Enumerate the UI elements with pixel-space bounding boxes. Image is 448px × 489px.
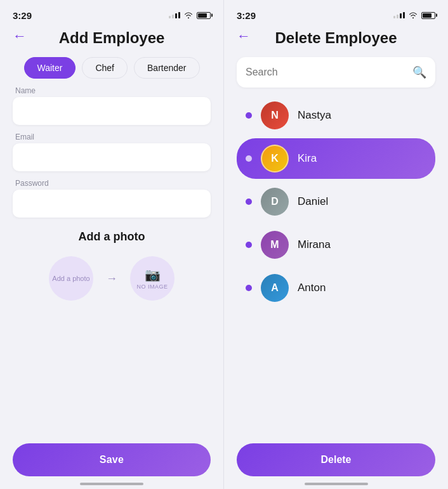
employee-name-nastya: Nastya xyxy=(298,109,331,122)
employee-name-mirana: Mirana xyxy=(298,238,331,251)
battery-icon-right xyxy=(421,12,435,19)
role-tabs: Waiter Chef Bartender xyxy=(0,52,223,86)
employee-item-daniel[interactable]: D Daniel xyxy=(237,181,435,222)
password-label: Password xyxy=(13,179,211,188)
name-field-group: Name xyxy=(13,86,211,125)
employee-list: N Nastya K Kira D Daniel M Mirana A Anto… xyxy=(224,95,448,308)
add-employee-header: ← Add Employee xyxy=(0,25,223,52)
employee-item-mirana[interactable]: M Mirana xyxy=(237,225,435,265)
battery-icon xyxy=(197,12,211,19)
delete-employee-title: Delete Employee xyxy=(275,29,397,47)
employee-name-daniel: Daniel xyxy=(298,195,328,208)
avatar-kira: K xyxy=(261,145,289,173)
status-time-left: 3:29 xyxy=(13,10,32,21)
email-field-group: Email xyxy=(13,133,211,171)
name-input[interactable] xyxy=(13,97,211,125)
search-box: 🔍 xyxy=(237,57,435,88)
back-button-right[interactable]: ← xyxy=(237,28,251,44)
tab-waiter[interactable]: Waiter xyxy=(24,57,76,79)
password-field-group: Password xyxy=(13,179,211,218)
home-indicator-right xyxy=(305,483,368,485)
status-icons-right xyxy=(393,11,435,19)
save-button-area: Save xyxy=(13,443,211,476)
photo-section-title: Add a photo xyxy=(79,230,145,244)
signal-icon-right xyxy=(393,12,405,18)
add-employee-title: Add Employee xyxy=(59,29,165,47)
wifi-icon xyxy=(183,11,194,19)
avatar-nastya: N xyxy=(261,101,289,129)
status-bar-right: 3:29 xyxy=(224,0,448,25)
save-button[interactable]: Save xyxy=(13,443,211,476)
tab-bartender[interactable]: Bartender xyxy=(134,57,199,79)
delete-button-area: Delete xyxy=(237,443,435,476)
employee-item-nastya[interactable]: N Nastya xyxy=(237,95,435,136)
avatar-mirana: M xyxy=(261,231,289,259)
arrow-icon: → xyxy=(106,272,117,285)
selection-dot-anton xyxy=(246,285,252,291)
employee-name-anton: Anton xyxy=(298,282,326,294)
delete-employee-header: ← Delete Employee xyxy=(224,25,448,52)
camera-icon: 📷 xyxy=(145,267,161,282)
search-icon[interactable]: 🔍 xyxy=(412,65,426,79)
signal-icon xyxy=(169,12,180,18)
selection-dot-daniel xyxy=(246,199,252,205)
search-area: 🔍 xyxy=(224,52,448,95)
email-input[interactable] xyxy=(13,143,211,171)
add-photo-label: Add a photo xyxy=(52,274,89,283)
home-indicator-left xyxy=(80,483,143,485)
delete-employee-screen: 3:29 ← Delete Employee 🔍 xyxy=(224,0,448,489)
tab-chef[interactable]: Chef xyxy=(82,57,128,79)
no-image-label: NO IMAGE xyxy=(136,284,168,290)
name-label: Name xyxy=(13,86,211,95)
selection-dot-nastya xyxy=(246,112,252,119)
selection-dot-kira xyxy=(246,155,252,162)
status-bar-left: 3:29 xyxy=(0,0,223,25)
avatar-anton: A xyxy=(261,274,289,302)
employee-form: Name Email Password xyxy=(0,86,223,218)
employee-item-anton[interactable]: A Anton xyxy=(237,268,435,308)
search-input[interactable] xyxy=(246,67,412,78)
status-time-right: 3:29 xyxy=(237,10,256,21)
avatar-daniel: D xyxy=(261,188,289,216)
delete-button[interactable]: Delete xyxy=(237,443,435,476)
add-employee-screen: 3:29 ← Add Employee Waiter Chef Bart xyxy=(0,0,224,489)
back-button-left[interactable]: ← xyxy=(13,28,27,44)
email-label: Email xyxy=(13,133,211,141)
selection-dot-mirana xyxy=(246,242,252,248)
password-input[interactable] xyxy=(13,190,211,218)
employee-name-kira: Kira xyxy=(298,152,317,165)
no-image-preview: 📷 NO IMAGE xyxy=(130,256,175,301)
photo-section: Add a photo Add a photo → 📷 NO IMAGE xyxy=(0,218,223,307)
status-icons-left xyxy=(169,11,211,19)
photo-row: Add a photo → 📷 NO IMAGE xyxy=(49,256,175,301)
employee-item-kira[interactable]: K Kira xyxy=(237,138,435,179)
add-photo-button[interactable]: Add a photo xyxy=(49,256,93,301)
wifi-icon-right xyxy=(408,11,418,19)
